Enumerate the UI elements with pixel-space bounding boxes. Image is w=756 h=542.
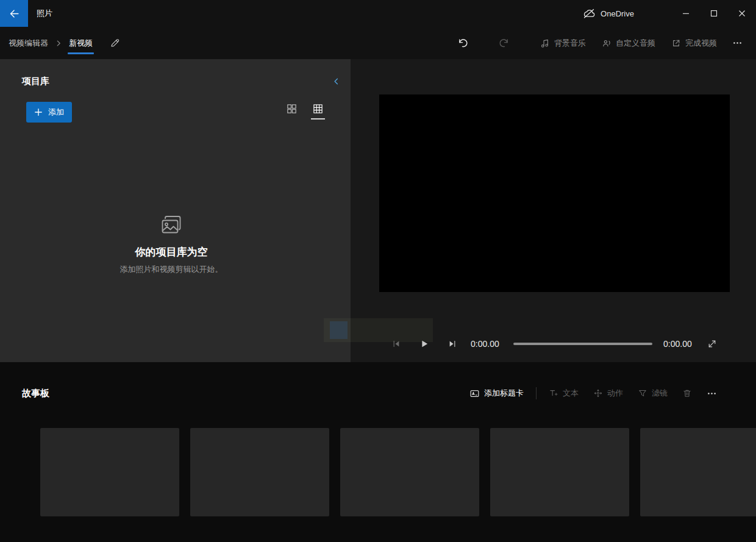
library-header: 项目库: [0, 59, 351, 87]
elapsed-time: 0:00.00: [471, 339, 502, 349]
more-options-button[interactable]: [725, 32, 750, 55]
storyboard-strip[interactable]: [40, 428, 756, 516]
collapse-panel-button[interactable]: [332, 77, 341, 86]
storyboard-tile: [190, 428, 329, 516]
undo-button[interactable]: [449, 32, 476, 55]
expand-icon: [707, 339, 717, 349]
plus-icon: [34, 108, 43, 116]
empty-state-title: 你的项目库为空: [0, 245, 343, 259]
command-bar: 视频编辑器 新视频: [0, 27, 756, 59]
next-frame-button[interactable]: [448, 339, 457, 349]
filter-icon: [638, 388, 647, 398]
redo-icon: [499, 38, 510, 48]
storyboard-tile: [340, 428, 479, 516]
text-icon: [549, 388, 558, 398]
background-music-label: 背景音乐: [554, 38, 586, 49]
command-bar-actions: 背景音乐 自定义音频 完成视频: [449, 32, 750, 55]
finish-video-label: 完成视频: [685, 38, 717, 49]
maximize-icon: [708, 7, 720, 20]
storyboard-title: 故事板: [22, 388, 49, 399]
back-arrow-icon: [9, 9, 20, 19]
small-grid-view-button[interactable]: [311, 103, 325, 119]
seek-slider-track: [513, 343, 652, 345]
ellipsis-icon: [732, 38, 743, 48]
photos-stack-icon: [160, 215, 183, 235]
play-button[interactable]: [419, 339, 429, 349]
grid-large-icon: [286, 103, 298, 115]
undo-icon: [457, 38, 468, 48]
titlebar: 照片 OneDrive: [0, 0, 756, 27]
motion-icon: [593, 388, 603, 398]
add-media-label: 添加: [48, 107, 64, 118]
play-icon: [419, 339, 429, 349]
ellipsis-icon: [707, 388, 717, 399]
finish-video-button[interactable]: 完成视频: [663, 32, 725, 55]
library-toolbar: 添加: [26, 102, 325, 123]
previous-frame-icon: [391, 339, 401, 349]
next-frame-icon: [448, 339, 457, 349]
text-label: 文本: [563, 388, 579, 399]
text-button[interactable]: 文本: [541, 383, 586, 404]
minimize-icon: [680, 7, 692, 20]
storyboard-section: 故事板 添加标题卡: [0, 362, 756, 542]
back-button[interactable]: [0, 0, 28, 27]
app-title: 照片: [37, 8, 52, 19]
storyboard-tile: [640, 428, 756, 516]
delete-button[interactable]: [675, 383, 699, 404]
filter-label: 滤镜: [652, 388, 668, 399]
storyboard-actions: 添加标题卡 文本: [462, 383, 724, 404]
storyboard-tile: [40, 428, 179, 516]
library-title: 项目库: [22, 76, 49, 87]
breadcrumb-video-editor[interactable]: 视频编辑器: [7, 38, 49, 49]
player-controls: 0:00.00 0:00.00: [383, 330, 726, 358]
total-duration: 0:00.00: [663, 339, 695, 349]
close-button[interactable]: [728, 0, 756, 27]
empty-state-subtitle: 添加照片和视频剪辑以开始。: [0, 264, 343, 275]
view-toggle-group: [285, 103, 325, 119]
background-music-button[interactable]: 背景音乐: [532, 32, 594, 55]
add-media-button[interactable]: 添加: [26, 102, 72, 123]
pencil-icon: [110, 38, 120, 48]
library-empty-state: 你的项目库为空 添加照片和视频剪辑以开始。: [0, 215, 343, 275]
custom-audio-button[interactable]: 自定义音频: [594, 32, 663, 55]
project-title-tab: 新视频: [68, 27, 94, 59]
chevron-left-icon: [332, 77, 341, 86]
trash-icon: [682, 388, 692, 398]
chevron-right-icon: [54, 39, 63, 48]
rename-project-button[interactable]: [110, 38, 120, 48]
add-title-card-button[interactable]: 添加标题卡: [462, 383, 531, 404]
maximize-button[interactable]: [700, 0, 728, 27]
title-card-icon: [469, 388, 480, 399]
storyboard-tile: [490, 428, 629, 516]
filter-button[interactable]: 滤镜: [630, 383, 675, 404]
seek-slider[interactable]: [513, 340, 652, 348]
motion-label: 动作: [607, 388, 623, 399]
project-library-panel: 项目库 添加: [0, 59, 351, 362]
custom-audio-label: 自定义音频: [616, 38, 655, 49]
fullscreen-button[interactable]: [707, 339, 717, 349]
storyboard-header: 故事板 添加标题卡: [0, 362, 756, 404]
video-preview: [379, 94, 730, 292]
export-icon: [671, 38, 681, 48]
motion-button[interactable]: 动作: [586, 383, 630, 404]
breadcrumb: 视频编辑器 新视频: [7, 27, 94, 59]
narration-icon: [602, 38, 612, 48]
storyboard-more-button[interactable]: [699, 383, 724, 404]
toolbar-divider: [536, 387, 537, 399]
onedrive-status[interactable]: OneDrive: [582, 0, 634, 27]
onedrive-label: OneDrive: [601, 9, 634, 18]
large-grid-view-button[interactable]: [285, 103, 299, 119]
add-title-card-label: 添加标题卡: [484, 388, 524, 399]
redo-button[interactable]: [491, 32, 518, 55]
minimize-button[interactable]: [672, 0, 700, 27]
music-note-icon: [540, 38, 550, 48]
previous-frame-button[interactable]: [391, 339, 401, 349]
onedrive-offline-icon: [582, 9, 596, 18]
grid-small-icon: [312, 103, 324, 115]
close-icon: [736, 7, 748, 20]
